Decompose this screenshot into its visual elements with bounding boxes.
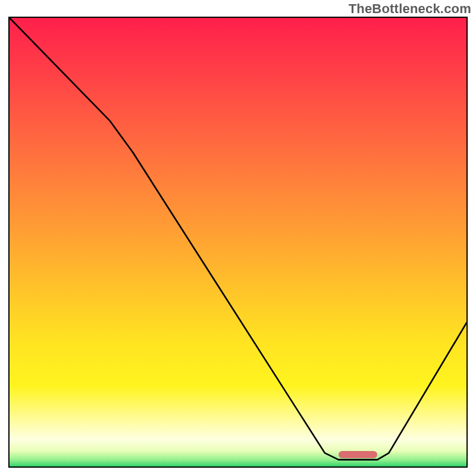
bottleneck-curve xyxy=(10,18,466,466)
watermark-text: TheBottleneck.com xyxy=(349,1,471,17)
plot-area xyxy=(8,17,468,468)
chart-frame: TheBottleneck.com xyxy=(0,0,476,476)
optimal-range-marker xyxy=(339,451,377,458)
